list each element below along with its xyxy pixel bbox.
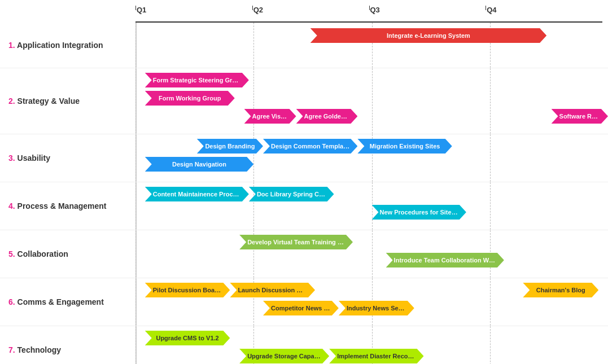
bar-collaboration-1: Introduce Team Collaboration Workspaces bbox=[386, 253, 504, 267]
bar-comms-engagement-0: Pilot Discussion Boards bbox=[145, 283, 230, 297]
section-title-usability: 3. Usability bbox=[8, 154, 50, 163]
grid-line-1 bbox=[372, 182, 373, 230]
bar-label-strategy-value-2: Agree Vision bbox=[252, 113, 288, 120]
bar-technology-1: Upgrade Storage Capacity bbox=[239, 349, 329, 363]
bar-strategy-value-2: Agree Vision bbox=[244, 109, 296, 124]
bar-strategy-value-1: Form Working Group bbox=[145, 91, 235, 106]
bar-app-integration-0: Integrate e-Learning System bbox=[310, 28, 547, 43]
bar-label-process-management-0: Content Maintainence Process bbox=[153, 191, 241, 198]
bar-label-strategy-value-1: Form Working Group bbox=[159, 95, 221, 102]
grid-line-0 bbox=[253, 68, 254, 134]
bar-process-management-0: Content Maintainence Process bbox=[145, 187, 249, 201]
q2-label: Q2 bbox=[252, 6, 369, 21]
bar-comms-engagement-1: Launch Discussion Boards bbox=[230, 283, 315, 297]
bar-technology-2: Implement Diaster Recovery bbox=[329, 349, 423, 363]
bar-label-collaboration-0: Develop Virtual Team Training Material bbox=[247, 239, 345, 245]
bar-label-strategy-value-3: Agree Golden Rules bbox=[304, 113, 350, 120]
bar-label-process-management-2: New Procedures for Site Creation bbox=[380, 209, 458, 216]
q4-label: Q4 bbox=[485, 6, 602, 21]
bar-process-management-2: New Procedures for Site Creation bbox=[372, 205, 466, 220]
bar-label-usability-1: Design Common Templates bbox=[271, 143, 349, 150]
section-technology: 7. TechnologyUpgrade CMS to V1.2Upgrade … bbox=[0, 326, 608, 364]
bar-usability-2: Migration Existing Sites bbox=[357, 139, 452, 154]
grid-line-0 bbox=[253, 23, 254, 68]
grid-line-2 bbox=[490, 68, 491, 134]
gantt-area-app-integration: Integrate e-Learning System bbox=[135, 23, 608, 68]
bar-label-comms-engagement-1: Launch Discussion Boards bbox=[238, 287, 307, 293]
grid-line-1 bbox=[372, 68, 373, 134]
section-label-collaboration: 5. Collaboration bbox=[0, 230, 135, 278]
section-collaboration: 5. CollaborationDevelop Virtual Team Tra… bbox=[0, 230, 608, 278]
bar-label-strategy-value-0: Form Strategic Steering Group bbox=[153, 77, 241, 84]
bar-process-management-1: Doc Library Spring Clean bbox=[249, 187, 334, 201]
section-label-process-management: 4. Process & Management bbox=[0, 182, 135, 230]
section-strategy-value: 2. Strategy & ValueForm Strategic Steeri… bbox=[0, 68, 608, 134]
section-title-comms-engagement: 6. Comms & Engagement bbox=[8, 297, 104, 306]
section-label-usability: 3. Usability bbox=[0, 134, 135, 182]
bar-usability-0: Design Branding bbox=[197, 139, 263, 154]
q3-label: Q3 bbox=[369, 6, 486, 21]
bar-collaboration-0: Develop Virtual Team Training Material bbox=[239, 235, 353, 249]
bar-strategy-value-0: Form Strategic Steering Group bbox=[145, 73, 249, 87]
section-label-comms-engagement: 6. Comms & Engagement bbox=[0, 278, 135, 326]
bar-label-comms-engagement-2: Chairman's Blog bbox=[536, 287, 585, 293]
grid-line-1 bbox=[372, 230, 373, 278]
bar-label-usability-3: Design Navigation bbox=[172, 161, 226, 168]
bar-label-technology-2: Implement Diaster Recovery bbox=[337, 353, 415, 359]
section-label-strategy-value: 2. Strategy & Value bbox=[0, 68, 135, 134]
bar-label-usability-2: Migration Existing Sites bbox=[370, 143, 440, 150]
section-usability: 3. UsabilityDesign BrandingDesign Common… bbox=[0, 134, 608, 182]
section-app-integration: 1. Application IntegrationIntegrate e-Le… bbox=[0, 23, 608, 68]
section-title-strategy-value: 2. Strategy & Value bbox=[8, 97, 80, 106]
bar-label-comms-engagement-0: Pilot Discussion Boards bbox=[153, 287, 222, 293]
section-comms-engagement: 6. Comms & EngagementPilot Discussion Bo… bbox=[0, 278, 608, 326]
bar-label-strategy-value-4: Software Relaunch bbox=[559, 113, 600, 120]
bar-comms-engagement-4: Industry News Service bbox=[339, 301, 414, 315]
gantt-area-comms-engagement: Pilot Discussion BoardsLaunch Discussion… bbox=[135, 278, 608, 326]
gantt-area-process-management: Content Maintainence ProcessDoc Library … bbox=[135, 182, 608, 230]
section-process-management: 4. Process & ManagementContent Maintaine… bbox=[0, 182, 608, 230]
grid-line-2 bbox=[490, 182, 491, 230]
bar-technology-0: Upgrade CMS to V1.2 bbox=[145, 331, 230, 345]
bar-label-comms-engagement-3: Competitor News Service bbox=[271, 305, 331, 312]
bar-usability-1: Design Common Templates bbox=[263, 139, 357, 154]
bar-label-process-management-1: Doc Library Spring Clean bbox=[257, 191, 326, 198]
gantt-chart: Q1 Q2 Q3 Q4 1. Application IntegrationIn… bbox=[0, 0, 608, 364]
bar-label-comms-engagement-4: Industry News Service bbox=[347, 305, 406, 312]
bar-label-collaboration-1: Introduce Team Collaboration Workspaces bbox=[394, 257, 496, 264]
gantt-area-usability: Design BrandingDesign Common TemplatesMi… bbox=[135, 134, 608, 182]
bar-comms-engagement-2: Chairman's Blog bbox=[523, 283, 598, 297]
gantt-area-technology: Upgrade CMS to V1.2Upgrade Storage Capac… bbox=[135, 326, 608, 364]
section-title-technology: 7. Technology bbox=[8, 345, 61, 354]
grid-line-2 bbox=[490, 278, 491, 326]
bar-label-usability-0: Design Branding bbox=[205, 143, 255, 150]
grid-line-2 bbox=[490, 326, 491, 364]
gantt-area-collaboration: Develop Virtual Team Training MaterialIn… bbox=[135, 230, 608, 278]
bar-usability-3: Design Navigation bbox=[145, 157, 254, 172]
q1-label: Q1 bbox=[135, 6, 252, 21]
bar-strategy-value-4: Software Relaunch bbox=[552, 109, 608, 124]
section-label-technology: 7. Technology bbox=[0, 326, 135, 364]
section-title-process-management: 4. Process & Management bbox=[8, 201, 107, 210]
bar-label-app-integration-0: Integrate e-Learning System bbox=[387, 32, 470, 39]
gantt-area-strategy-value: Form Strategic Steering GroupForm Workin… bbox=[135, 68, 608, 134]
bar-label-technology-1: Upgrade Storage Capacity bbox=[247, 353, 321, 359]
sections-container: 1. Application IntegrationIntegrate e-Le… bbox=[0, 23, 608, 364]
section-title-app-integration: 1. Application Integration bbox=[8, 41, 103, 50]
bar-strategy-value-3: Agree Golden Rules bbox=[296, 109, 358, 124]
bar-label-technology-0: Upgrade CMS to V1.2 bbox=[156, 335, 218, 341]
bar-comms-engagement-3: Competitor News Service bbox=[263, 301, 339, 315]
header-row: Q1 Q2 Q3 Q4 bbox=[135, 6, 602, 23]
section-label-app-integration: 1. Application Integration bbox=[0, 23, 135, 68]
grid-line-2 bbox=[490, 134, 491, 182]
section-title-collaboration: 5. Collaboration bbox=[8, 249, 68, 258]
